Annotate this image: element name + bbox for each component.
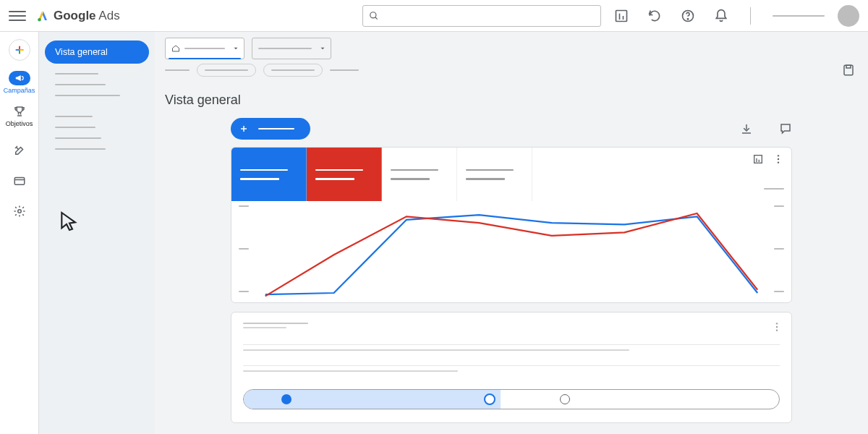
expand-chart-icon[interactable]: [752, 153, 764, 165]
app-header: Google Ads: [0, 0, 868, 32]
scope-selector-account[interactable]: [165, 38, 244, 59]
account-selector[interactable]: [773, 15, 825, 17]
search-input[interactable]: [362, 5, 601, 27]
rail-item-objectives[interactable]: Objetivos: [6, 104, 33, 127]
card-icon: [13, 174, 26, 187]
save-view-icon[interactable]: [842, 64, 855, 77]
add-filter[interactable]: [330, 69, 359, 71]
chart-lines: [253, 205, 770, 301]
trophy-icon: [13, 105, 26, 118]
reports-icon[interactable]: [614, 9, 629, 23]
scope-filters: [155, 32, 868, 59]
plus-multicolor-icon: [14, 44, 25, 56]
search-icon: [369, 11, 379, 21]
metric-tab-4[interactable]: [457, 148, 532, 201]
metric-tab-2[interactable]: [307, 148, 382, 201]
ads-logo-icon: [36, 9, 49, 22]
rail-item-campaigns[interactable]: Campañas: [4, 71, 35, 94]
performance-chart-card: [231, 147, 792, 303]
svg-rect-3: [616, 10, 627, 21]
step-2-current[interactable]: [484, 393, 495, 405]
sidebar-item[interactable]: [55, 127, 95, 128]
rail-item-settings[interactable]: [12, 204, 27, 218]
chevron-down-icon: [232, 45, 239, 52]
svg-point-1: [370, 12, 376, 17]
main-content: Vista general: [155, 32, 868, 434]
line-chart[interactable]: [231, 201, 791, 302]
svg-rect-16: [846, 65, 851, 68]
cursor-icon: [58, 210, 81, 233]
filter-chip[interactable]: [197, 64, 256, 77]
svg-point-27: [776, 329, 778, 331]
product-name: Google Ads: [54, 9, 120, 23]
sidebar-item[interactable]: [55, 148, 106, 150]
download-icon[interactable]: [740, 122, 753, 135]
create-button[interactable]: [9, 39, 30, 61]
step-1[interactable]: [281, 394, 292, 404]
svg-point-22: [778, 155, 779, 156]
overview-toolbar: [231, 118, 792, 140]
sidebar-item[interactable]: [55, 116, 93, 117]
menu-icon[interactable]: [9, 7, 26, 25]
step-3[interactable]: [560, 394, 570, 404]
insight-subtitle: [243, 327, 286, 328]
svg-point-26: [776, 326, 778, 328]
more-icon[interactable]: [771, 321, 783, 333]
rail-item-tools[interactable]: [12, 143, 27, 158]
scope-selector-campaign[interactable]: [252, 38, 331, 59]
metric-footnote: [764, 188, 784, 190]
svg-line-2: [375, 17, 378, 19]
page-title: Vista general: [165, 93, 858, 108]
svg-point-0: [38, 18, 41, 22]
svg-rect-12: [14, 178, 25, 185]
filter-chip[interactable]: [263, 64, 323, 77]
y-axis-right: [773, 205, 784, 292]
product-logo[interactable]: Google Ads: [36, 9, 120, 23]
metric-tabs: [231, 148, 791, 201]
metric-tab-1[interactable]: [231, 148, 307, 201]
icon-rail: Campañas Objetivos: [0, 32, 39, 434]
chevron-down-icon: [319, 45, 326, 52]
sidebar-item[interactable]: [55, 95, 120, 96]
svg-point-14: [17, 210, 21, 213]
refresh-icon[interactable]: [647, 9, 662, 23]
more-icon[interactable]: [773, 153, 784, 165]
y-axis-left: [239, 205, 250, 292]
svg-point-7: [687, 18, 688, 19]
metric-tab-3[interactable]: [382, 148, 457, 201]
sidebar-item[interactable]: [55, 73, 98, 75]
header-actions: [614, 7, 825, 25]
megaphone-icon: [14, 73, 25, 83]
divider: [750, 7, 751, 25]
help-icon[interactable]: [681, 9, 695, 23]
insight-title: [243, 323, 308, 324]
nav-sidebar: Vista general: [39, 32, 155, 434]
filter-chips: [155, 59, 868, 81]
plus-icon: [239, 124, 248, 133]
notifications-icon[interactable]: [714, 9, 728, 23]
svg-point-23: [778, 158, 779, 160]
tools-icon: [13, 144, 26, 157]
sidebar-item-overview[interactable]: Vista general: [45, 41, 149, 64]
new-campaign-button[interactable]: [231, 118, 310, 140]
home-icon: [171, 44, 180, 53]
sidebar-item[interactable]: [55, 137, 101, 139]
svg-point-24: [778, 161, 779, 163]
progress-stepper[interactable]: [243, 389, 780, 409]
svg-point-25: [776, 323, 778, 324]
feedback-icon[interactable]: [779, 122, 792, 135]
gear-icon: [13, 205, 26, 218]
rail-item-billing[interactable]: [12, 174, 27, 188]
rail-label: Objetivos: [6, 120, 33, 127]
sidebar-item[interactable]: [55, 84, 106, 85]
svg-rect-19: [754, 156, 762, 163]
svg-rect-15: [844, 65, 853, 75]
rail-label: Campañas: [4, 87, 35, 94]
avatar[interactable]: [838, 5, 859, 27]
insight-card: [231, 312, 792, 423]
filter-label: [165, 69, 190, 71]
